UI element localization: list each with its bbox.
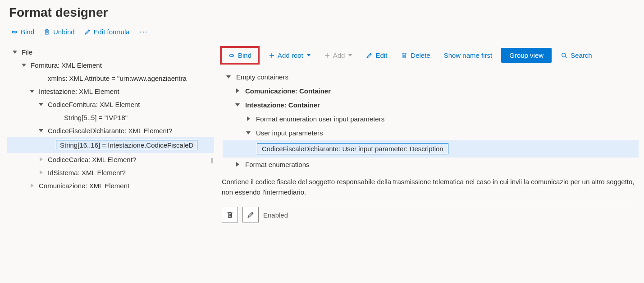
tree-node-string16-selected[interactable]: String[16..16] = Intestazione.CodiceFisc…	[7, 137, 214, 153]
group-view-button[interactable]: Group view	[501, 48, 552, 63]
mapping-tree: Empty containers Comunicazione: Containe…	[218, 70, 639, 172]
unbind-button[interactable]: Unbind	[40, 26, 78, 37]
caret-icon[interactable]	[13, 50, 18, 55]
link-icon	[11, 28, 18, 36]
caret-icon[interactable]	[235, 162, 241, 167]
tree-node-comunicazione[interactable]: Comunicazione: XML Element	[7, 179, 214, 192]
mapping-bind-button[interactable]: Bind	[220, 46, 260, 65]
trash-icon	[401, 52, 408, 59]
tree-label: Intestazione: XML Element	[39, 88, 119, 95]
tree-node-file[interactable]: File	[7, 46, 214, 59]
caret-icon[interactable]	[39, 128, 44, 134]
caret-icon[interactable]	[235, 102, 241, 108]
splitter-handle[interactable]: ‖	[210, 157, 213, 163]
mtree-label: Empty containers	[236, 73, 288, 81]
bind-label: Bind	[21, 28, 34, 36]
mtree-label: Format enumerations	[245, 161, 310, 168]
tree-node-codicecarica[interactable]: CodiceCarica: XML Element?	[7, 153, 214, 166]
tree-label: CodiceCarica: XML Element?	[48, 156, 136, 163]
edit-icon	[247, 211, 255, 219]
mtree-empty-containers[interactable]: Empty containers	[223, 70, 639, 84]
description-text: Contiene il codice fiscale del soggetto …	[218, 175, 639, 199]
caret-icon[interactable]	[246, 130, 251, 136]
link-icon	[228, 52, 235, 59]
format-tree-pane: File Fornitura: XML Element xmlns: XML A…	[0, 42, 214, 283]
plus-icon	[269, 52, 275, 59]
mtree-codicefiscale-selected[interactable]: CodiceFiscaleDichiarante: User input par…	[223, 140, 639, 158]
caret-icon[interactable]	[22, 63, 27, 68]
main-split: File Fornitura: XML Element xmlns: XML A…	[0, 42, 644, 283]
status-label: Enabled	[263, 211, 288, 219]
caret-icon[interactable]	[235, 88, 241, 94]
caret-icon[interactable]	[39, 170, 44, 176]
caret-icon[interactable]	[226, 74, 232, 80]
mtree-format-enumerations[interactable]: Format enumerations	[223, 158, 639, 172]
add-button: Add	[320, 49, 357, 62]
mtree-user-input-params[interactable]: User input parameters	[223, 126, 639, 140]
tree-label-selected: String[16..16] = Intestazione.CodiceFisc…	[56, 140, 197, 150]
caret-icon[interactable]	[30, 183, 35, 189]
tree-node-codicefornitura[interactable]: CodiceFornitura: XML Element	[7, 98, 214, 111]
edit-icon-button[interactable]	[242, 207, 259, 223]
tree-node-intestazione[interactable]: Intestazione: XML Element	[7, 85, 214, 98]
tree-node-string-ivp18[interactable]: String[5..5] = "IVP18"	[7, 111, 214, 124]
bind-button[interactable]: Bind	[7, 26, 38, 37]
caret-icon[interactable]	[39, 157, 44, 162]
mtree-label-selected: CodiceFiscaleDichiarante: User input par…	[257, 143, 448, 154]
mtree-comunicazione[interactable]: Comunicazione: Container	[223, 84, 639, 98]
trash-icon	[43, 28, 50, 36]
right-pane: Format Mapping Transformations Validatio…	[214, 42, 644, 283]
chevron-down-icon	[307, 54, 311, 56]
mtree-label: User input parameters	[256, 129, 323, 137]
tree-label: IdSistema: XML Element?	[48, 169, 126, 176]
tree-label: Comunicazione: XML Element	[39, 182, 129, 190]
mapping-toolbar: Bind Add root Add Edit	[218, 43, 639, 70]
search-button[interactable]: Search	[556, 49, 597, 62]
mtree-intestazione[interactable]: Intestazione: Container	[223, 98, 639, 112]
tree-label: String[5..5] = "IVP18"	[64, 114, 128, 121]
tree-node-idsistema[interactable]: IdSistema: XML Element?	[7, 166, 214, 179]
caret-icon[interactable]	[246, 116, 251, 122]
tree-label: xmlns: XML Attribute = "urn:www.agenziae…	[48, 74, 187, 82]
caret-icon[interactable]	[30, 89, 35, 94]
mtree-label: Intestazione: Container	[245, 101, 320, 109]
mapping-bind-label: Bind	[238, 51, 251, 59]
page-title: Format designer	[0, 0, 644, 22]
add-root-label: Add root	[278, 51, 303, 59]
edit-formula-label: Edit formula	[94, 28, 130, 36]
tree-label: CodiceFornitura: XML Element	[48, 101, 140, 108]
caret-icon[interactable]	[39, 102, 44, 107]
bottom-bar: Enabled	[218, 202, 639, 223]
edit-formula-button[interactable]: Edit formula	[80, 26, 133, 37]
tree-label: CodiceFiscaleDichiarante: XML Element?	[48, 127, 172, 135]
show-name-first-button[interactable]: Show name first	[439, 49, 497, 62]
search-icon	[561, 52, 568, 59]
search-label: Search	[571, 51, 592, 59]
edit-icon	[365, 52, 373, 59]
chevron-down-icon	[348, 54, 352, 56]
svg-point-0	[562, 53, 566, 56]
tree-node-codicefiscaledichiarante[interactable]: CodiceFiscaleDichiarante: XML Element?	[7, 124, 214, 137]
ellipsis-icon: ···	[140, 27, 148, 36]
plus-icon	[324, 52, 330, 59]
tree-label: Fornitura: XML Element	[31, 61, 102, 69]
trash-icon	[226, 211, 234, 219]
add-label: Add	[333, 51, 345, 59]
mtree-label: Format enumeration user input parameters	[256, 115, 384, 123]
show-name-first-label: Show name first	[444, 51, 493, 59]
add-root-button[interactable]: Add root	[264, 49, 315, 62]
mtree-format-enum-params[interactable]: Format enumeration user input parameters	[223, 112, 639, 126]
edit-label: Edit	[375, 51, 387, 59]
mtree-label: Comunicazione: Container	[245, 87, 331, 95]
more-button[interactable]: ···	[135, 25, 152, 38]
delete-button[interactable]: Delete	[396, 49, 434, 62]
edit-button[interactable]: Edit	[361, 49, 392, 62]
delete-label: Delete	[411, 51, 430, 59]
unbind-label: Unbind	[53, 28, 75, 36]
tree-label: File	[22, 48, 32, 56]
tree-node-xmlns[interactable]: xmlns: XML Attribute = "urn:www.agenziae…	[7, 72, 214, 85]
top-toolbar: Bind Unbind Edit formula ···	[0, 22, 644, 42]
delete-icon-button[interactable]	[222, 207, 238, 223]
edit-icon	[84, 28, 91, 36]
tree-node-fornitura[interactable]: Fornitura: XML Element	[7, 59, 214, 72]
